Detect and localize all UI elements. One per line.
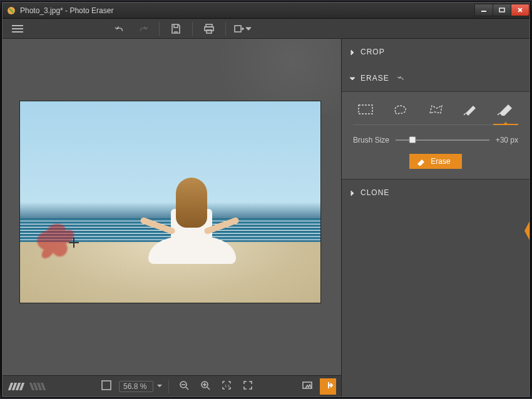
tool-brush-small[interactable] (458, 101, 483, 118)
erase-button[interactable]: Erase (409, 154, 461, 169)
redo-button[interactable] (134, 20, 151, 38)
history-back-button[interactable] (8, 378, 25, 395)
chevron-down-icon (349, 75, 356, 81)
erase-selection-mark (31, 215, 94, 265)
panel-header-erase[interactable]: ERASE (342, 65, 529, 91)
toolbar (3, 19, 529, 39)
print-icon (203, 23, 215, 34)
zoom-out-icon (178, 380, 190, 393)
print-button[interactable] (200, 20, 218, 38)
actual-size-icon: 1:1 (221, 380, 232, 393)
svg-line-12 (207, 387, 210, 390)
tool-poly-select[interactable] (423, 101, 448, 118)
svg-rect-6 (235, 26, 241, 32)
zoom-readout[interactable]: 56.8 % (119, 381, 153, 392)
panel-header-crop[interactable]: CROP (342, 39, 529, 65)
statusbar: 56.8 % 1:1 (3, 375, 341, 396)
eraser-icon (416, 157, 426, 166)
panel-label-clone: CLONE (361, 188, 389, 197)
chevron-right-icon (349, 189, 356, 196)
history-forward-icon (31, 383, 44, 390)
undo-button[interactable] (111, 20, 129, 38)
svg-rect-5 (207, 30, 212, 33)
close-button[interactable] (511, 4, 529, 16)
history-back-icon (9, 383, 23, 390)
svg-text:1:1: 1:1 (225, 384, 230, 388)
slider-thumb[interactable] (409, 136, 416, 143)
fit-screen-button[interactable] (98, 378, 115, 395)
svg-rect-17 (359, 105, 372, 114)
side-panels: CROP ERASE (342, 39, 529, 396)
before-after-icon (323, 380, 333, 392)
panel-label-crop: CROP (361, 48, 385, 56)
brush-size-value: +30 px (496, 136, 518, 144)
zoom-in-icon (200, 380, 211, 393)
panel-body-erase: Brush Size +30 px Erase (342, 91, 529, 179)
svg-line-9 (186, 387, 188, 390)
fullscreen-button[interactable] (239, 378, 257, 395)
tool-brush-large[interactable] (493, 101, 518, 118)
undo-icon (115, 23, 126, 34)
photo-subject (152, 178, 227, 290)
zoom-in-button[interactable] (197, 378, 214, 395)
window-title: Photo_3.jpg* - Photo Eraser (20, 6, 113, 15)
brush-size-slider[interactable] (396, 135, 489, 145)
minimize-button[interactable] (474, 4, 493, 16)
panel-label-erase: ERASE (361, 74, 389, 83)
tool-rect-select[interactable] (353, 101, 378, 118)
undo-small-icon (397, 75, 406, 81)
save-button[interactable] (167, 20, 185, 38)
fit-screen-icon (101, 380, 112, 393)
hamburger-icon (12, 25, 23, 33)
save-icon (170, 23, 182, 34)
window-controls (475, 4, 529, 16)
brush-cursor-icon (69, 238, 79, 248)
fullscreen-icon (242, 380, 253, 393)
compare-button[interactable] (299, 378, 316, 395)
before-after-button[interactable] (320, 378, 336, 395)
canvas-pane: 56.8 % 1:1 (3, 39, 342, 396)
app-icon (6, 6, 16, 16)
tool-lasso-select[interactable] (388, 101, 413, 118)
canvas-stage[interactable] (3, 39, 341, 375)
main-area: 56.8 % 1:1 (3, 39, 529, 396)
export-icon (233, 23, 245, 34)
photo-canvas[interactable] (20, 101, 320, 303)
history-forward-button[interactable] (29, 378, 46, 395)
redo-icon (137, 23, 148, 34)
svg-rect-7 (102, 381, 111, 390)
svg-rect-2 (499, 8, 504, 12)
zoom-dropdown-icon[interactable] (157, 385, 162, 388)
maximize-button[interactable] (493, 4, 511, 16)
chevron-right-icon (349, 49, 356, 55)
erase-tool-row (353, 101, 518, 125)
zoom-out-button[interactable] (175, 378, 193, 395)
erase-button-label: Erase (431, 157, 450, 166)
actual-size-button[interactable]: 1:1 (218, 378, 235, 395)
panel-header-clone[interactable]: CLONE (342, 179, 529, 206)
titlebar: Photo_3.jpg* - Photo Eraser (3, 3, 529, 19)
app-window: Photo_3.jpg* - Photo Eraser (2, 2, 530, 397)
compare-icon (302, 380, 313, 393)
brush-size-label: Brush Size (353, 136, 389, 144)
export-button[interactable] (233, 20, 251, 38)
menu-button[interactable] (9, 20, 26, 38)
